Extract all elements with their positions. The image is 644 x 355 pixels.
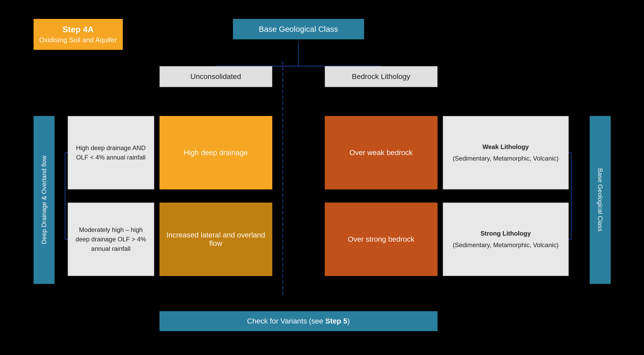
- bedrock-cond1-sub: (Sedimentary, Metamorphic, Volcanic): [453, 154, 559, 163]
- step4a-box: Step 4A Oxidising Soil and Aquifer: [34, 19, 123, 50]
- unconsolidated-box: Unconsolidated: [159, 66, 272, 87]
- right-label-box: Base Geological Class: [590, 116, 611, 284]
- bedrock-cond1-box: Weak Lithology (Sedimentary, Metamorphic…: [443, 116, 569, 189]
- check-variants-bold: Step 5: [325, 317, 347, 325]
- unconsol-result1-box: High deep drainage: [159, 116, 272, 189]
- unconsol-cond1-text: High deep drainage AND OLF < 4% annual r…: [72, 143, 150, 162]
- base-geo-box-top: Base Geological Class: [233, 19, 364, 39]
- diagram-container: Step 4A Oxidising Soil and Aquifer Base …: [0, 0, 644, 355]
- bedrock-cond1-title: Weak Lithology: [453, 142, 559, 152]
- diagram: Step 4A Oxidising Soil and Aquifer Base …: [34, 14, 611, 342]
- bedrock-cond2-sub: (Sedimentary, Metamorphic, Volcanic): [453, 240, 559, 250]
- unconsolidated-label: Unconsolidated: [190, 72, 241, 81]
- bedrock-result1-text: Over weak bedrock: [349, 149, 413, 157]
- unconsol-result2-text: Increased lateral and overland flow: [164, 231, 268, 248]
- unconsol-cond2-text: Moderately high – high deep drainage OLF…: [72, 225, 150, 253]
- unconsol-cond2-box: Moderately high – high deep drainage OLF…: [68, 203, 154, 276]
- bedrock-result2-box: Over strong bedrock: [325, 203, 438, 276]
- step4a-subtitle: Oxidising Soil and Aquifer: [38, 36, 118, 44]
- left-label-text: Deep Drainage & Overland flow: [40, 156, 48, 244]
- left-label-box: Deep Drainage & Overland flow: [34, 116, 55, 284]
- bedrock-cond2-box: Strong Lithology (Sedimentary, Metamorph…: [443, 203, 569, 276]
- check-variants-suffix: ): [347, 317, 350, 325]
- bedrock-cond2-title: Strong Lithology: [453, 229, 559, 238]
- check-variants-prefix: Check for Variants (see: [247, 317, 325, 325]
- unconsol-result1-text: High deep drainage: [184, 149, 248, 157]
- right-label-text: Base Geological Class: [597, 168, 604, 231]
- step4a-title: Step 4A: [38, 25, 118, 34]
- check-variants-box: Check for Variants (see Step 5): [159, 311, 438, 331]
- bedrock-box: Bedrock Lithology: [325, 66, 438, 87]
- unconsol-result2-box: Increased lateral and overland flow: [159, 203, 272, 276]
- base-geo-label-top: Base Geological Class: [259, 25, 338, 33]
- bedrock-label: Bedrock Lithology: [352, 72, 410, 81]
- bedrock-result1-box: Over weak bedrock: [325, 116, 438, 189]
- unconsol-cond1-box: High deep drainage AND OLF < 4% annual r…: [68, 116, 154, 189]
- bedrock-result2-text: Over strong bedrock: [348, 235, 414, 243]
